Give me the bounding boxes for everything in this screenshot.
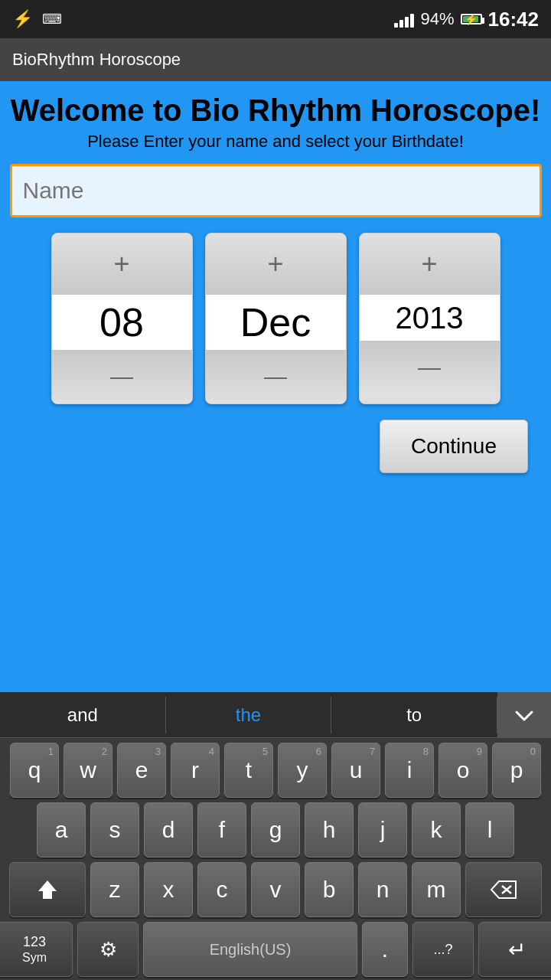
- key-row-1: 1q 2w 3e 4r 5t 6y 7u 8i 9o 0p: [3, 743, 548, 798]
- key-m[interactable]: m: [412, 862, 461, 917]
- date-picker: + 08 — + Dec — + 2013 —: [51, 233, 500, 404]
- key-b[interactable]: b: [305, 862, 354, 917]
- year-value: 2013: [360, 295, 500, 341]
- shift-icon: [35, 877, 60, 902]
- shift-key[interactable]: [9, 862, 86, 917]
- month-value: Dec: [206, 295, 346, 350]
- main-content: Welcome to Bio Rhythm Horoscope! Please …: [0, 81, 551, 692]
- backspace-icon: [490, 880, 517, 900]
- status-bar: ⚡ ⌨ 94% ⚡ 16:42: [0, 0, 551, 38]
- space-key[interactable]: English(US): [143, 922, 357, 977]
- key-x[interactable]: x: [144, 862, 193, 917]
- key-d[interactable]: d: [144, 802, 193, 858]
- welcome-title: Welcome to Bio Rhythm Horoscope!: [11, 93, 541, 127]
- suggestion-1[interactable]: and: [0, 697, 166, 733]
- day-spinner: + 08 —: [51, 233, 193, 404]
- enter-key[interactable]: ↵: [478, 922, 551, 977]
- day-increment-button[interactable]: +: [52, 234, 192, 295]
- day-decrement-button[interactable]: —: [52, 350, 192, 403]
- year-spinner: + 2013 —: [359, 233, 500, 404]
- collapse-suggestions-button[interactable]: [497, 692, 551, 738]
- period-key[interactable]: .: [362, 922, 408, 977]
- key-u[interactable]: 7u: [331, 743, 380, 798]
- key-l[interactable]: l: [465, 802, 514, 858]
- clock: 16:42: [488, 8, 540, 31]
- key-a[interactable]: a: [37, 802, 86, 858]
- ellipsis-key[interactable]: ...?: [412, 922, 474, 977]
- key-q[interactable]: 1q: [10, 743, 59, 798]
- month-increment-button[interactable]: +: [206, 234, 346, 295]
- key-w[interactable]: 2w: [64, 743, 112, 798]
- key-v[interactable]: v: [251, 862, 300, 917]
- month-decrement-button[interactable]: —: [206, 350, 346, 403]
- day-value: 08: [52, 295, 192, 350]
- usb-icon: ⚡: [12, 9, 33, 29]
- month-spinner: + Dec —: [205, 233, 347, 404]
- subtitle: Please Enter your name and select your B…: [87, 132, 464, 152]
- key-j[interactable]: j: [358, 802, 407, 858]
- chevron-down-icon: [514, 704, 535, 726]
- keyboard-icon: ⌨: [42, 11, 62, 28]
- status-left: ⚡ ⌨: [12, 9, 62, 29]
- key-y[interactable]: 6y: [278, 743, 327, 798]
- year-decrement-button[interactable]: —: [360, 341, 500, 394]
- key-g[interactable]: g: [251, 802, 300, 858]
- key-t[interactable]: 5t: [224, 743, 273, 798]
- svg-marker-1: [491, 881, 516, 898]
- settings-key[interactable]: ⚙: [77, 922, 139, 977]
- key-p[interactable]: 0p: [492, 743, 541, 798]
- app-title: BioRhythm Horoscope: [12, 50, 181, 70]
- year-increment-button[interactable]: +: [360, 234, 500, 295]
- key-c[interactable]: c: [197, 862, 246, 917]
- key-s[interactable]: s: [90, 802, 139, 858]
- key-row-2: a s d f g h j k l: [3, 802, 548, 858]
- key-k[interactable]: k: [412, 802, 461, 858]
- keyboard-rows: 1q 2w 3e 4r 5t 6y 7u 8i 9o 0p a s d f g …: [0, 738, 551, 980]
- suggestion-2[interactable]: the: [166, 697, 332, 733]
- continue-button[interactable]: Continue: [380, 420, 528, 473]
- key-row-3: z x c v b n m: [3, 862, 548, 917]
- backspace-key[interactable]: [465, 862, 542, 917]
- sym123-key[interactable]: 123Sym: [0, 922, 73, 977]
- name-input[interactable]: [10, 164, 542, 217]
- suggestions-bar: and the to: [0, 692, 551, 738]
- key-i[interactable]: 8i: [385, 743, 434, 798]
- key-row-4: 123Sym ⚙ English(US) . ...? ↵: [3, 922, 548, 977]
- key-e[interactable]: 3e: [117, 743, 166, 798]
- battery-percent: 94%: [420, 9, 454, 29]
- key-z[interactable]: z: [90, 862, 139, 917]
- key-r[interactable]: 4r: [171, 743, 220, 798]
- signal-icon: [394, 11, 414, 28]
- key-n[interactable]: n: [358, 862, 407, 917]
- key-f[interactable]: f: [197, 802, 246, 858]
- battery-icon: ⚡: [461, 14, 482, 24]
- status-right: 94% ⚡ 16:42: [394, 8, 539, 31]
- suggestion-3[interactable]: to: [331, 697, 497, 733]
- keyboard-area: and the to 1q 2w 3e 4r 5t 6y 7u 8i 9o 0p…: [0, 692, 551, 980]
- svg-marker-0: [38, 880, 57, 899]
- app-bar: BioRhythm Horoscope: [0, 38, 551, 81]
- key-h[interactable]: h: [305, 802, 354, 858]
- key-o[interactable]: 9o: [439, 743, 487, 798]
